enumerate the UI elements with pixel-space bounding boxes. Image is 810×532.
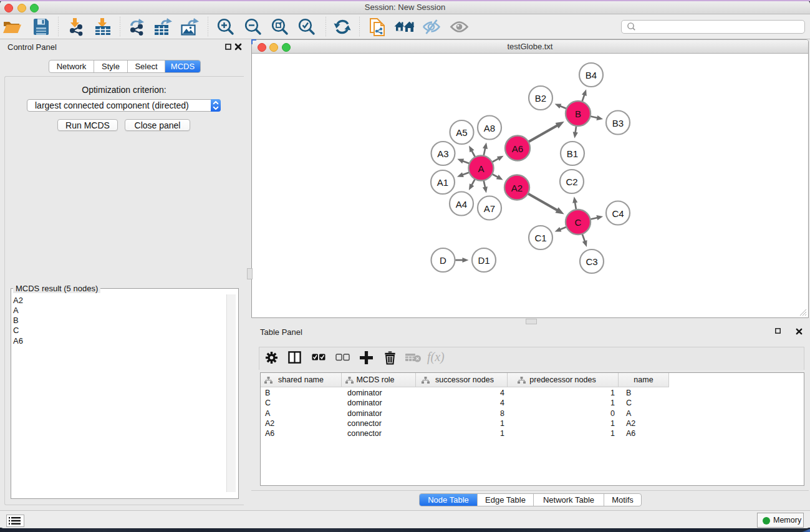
svg-text:A8: A8: [484, 123, 495, 133]
svg-text:A4: A4: [456, 199, 467, 210]
svg-text:A7: A7: [484, 203, 495, 214]
svg-text:B3: B3: [612, 118, 624, 128]
svg-text:A: A: [478, 163, 484, 174]
svg-text:B2: B2: [535, 93, 546, 104]
svg-text:A6: A6: [512, 143, 523, 154]
svg-text:C1: C1: [534, 233, 546, 243]
svg-text:C4: C4: [612, 208, 624, 219]
svg-text:A3: A3: [437, 148, 448, 159]
svg-text:A1: A1: [437, 177, 448, 188]
svg-text:C2: C2: [566, 177, 577, 187]
svg-text:B4: B4: [586, 70, 597, 80]
svg-text:D1: D1: [478, 255, 489, 266]
svg-text:C: C: [575, 217, 582, 228]
svg-text:A5: A5: [456, 127, 467, 138]
svg-text:B: B: [575, 109, 581, 119]
svg-text:A2: A2: [511, 183, 523, 193]
svg-text:B1: B1: [567, 148, 578, 159]
svg-text:C3: C3: [586, 256, 597, 267]
svg-text:D: D: [440, 255, 446, 266]
